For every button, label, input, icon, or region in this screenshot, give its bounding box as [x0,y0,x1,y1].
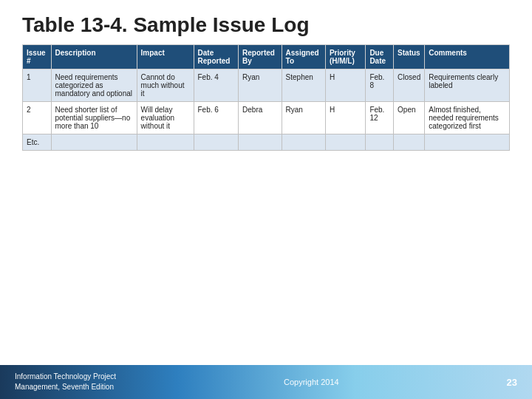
cell-impact [137,134,194,151]
header-due-date: Due Date [366,45,394,69]
table-row: 2Need shorter list of potential supplier… [23,102,510,134]
cell-reported_by [239,134,282,151]
header-reported-by: Reported By [239,45,282,69]
cell-comments [425,134,510,151]
cell-impact: Cannot do much without it [137,69,194,102]
footer-bar: Information Technology Project Managemen… [0,365,532,399]
cell-priority [325,134,366,151]
cell-due_date: Feb. 12 [366,102,394,134]
cell-date_reported: Feb. 6 [194,102,239,134]
cell-description [51,134,137,151]
cell-reported_by: Debra [239,102,282,134]
cell-assigned_to: Stephen [282,69,325,102]
table-header-row: Issue # Description Impact Date Reported… [23,45,510,69]
cell-priority: H [325,69,366,102]
cell-status: Open [394,102,425,134]
footer-left: Information Technology Project Managemen… [15,372,116,392]
table-row: Etc. [23,134,510,151]
cell-assigned_to [282,134,325,151]
footer-copyright: Copyright 2014 [284,378,339,386]
cell-date_reported: Feb. 4 [194,69,239,102]
cell-status: Closed [394,69,425,102]
cell-description: Need shorter list of potential suppliers… [51,102,137,134]
issue-log-table: Issue # Description Impact Date Reported… [22,44,510,151]
page-title: Table 13-4. Sample Issue Log [0,0,532,44]
cell-issue_num: 2 [23,102,52,134]
cell-description: Need requirements categorized as mandato… [51,69,137,102]
header-date-reported: Date Reported [194,45,239,69]
header-description: Description [51,45,137,69]
cell-reported_by: Ryan [239,69,282,102]
cell-due_date: Feb. 8 [366,69,394,102]
cell-issue_num: Etc. [23,134,52,151]
header-priority: Priority (H/M/L) [325,45,366,69]
cell-impact: Will delay evaluation without it [137,102,194,134]
footer-line2: Management, Seventh Edition [15,382,116,392]
footer-page-number: 23 [507,377,517,388]
table-row: 1Need requirements categorized as mandat… [23,69,510,102]
cell-date_reported [194,134,239,151]
cell-due_date [366,134,394,151]
footer-line1: Information Technology Project [15,372,116,382]
cell-assigned_to: Ryan [282,102,325,134]
cell-priority: H [325,102,366,134]
cell-issue_num: 1 [23,69,52,102]
header-comments: Comments [425,45,510,69]
table-container: Issue # Description Impact Date Reported… [22,44,510,151]
header-assigned-to: Assigned To [282,45,325,69]
header-impact: Impact [137,45,194,69]
cell-comments: Almost finished, needed requirements cat… [425,102,510,134]
cell-comments: Requirements clearly labeled [425,69,510,102]
header-status: Status [394,45,425,69]
header-issue-num: Issue # [23,45,52,69]
cell-status [394,134,425,151]
